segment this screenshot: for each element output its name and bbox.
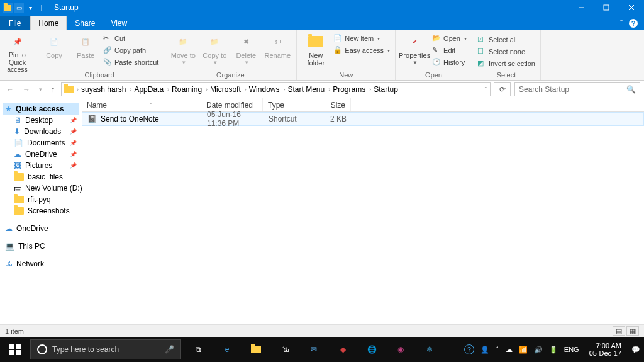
breadcrumb[interactable]: › suyash harsh› AppData› Roaming› Micros… bbox=[61, 82, 491, 96]
copy-path-button[interactable]: 🔗Copy path bbox=[103, 45, 158, 56]
col-type[interactable]: Type bbox=[263, 98, 313, 111]
paste-button[interactable]: 📋Paste bbox=[72, 31, 99, 59]
close-button[interactable] bbox=[619, 0, 644, 15]
pin-quick-access-button[interactable]: 📌 Pin to Quick access bbox=[4, 31, 31, 74]
file-row[interactable]: 📓Send to OneNote 05-Jun-16 11:36 PM Shor… bbox=[82, 112, 644, 126]
history-button[interactable]: 🕑History bbox=[432, 57, 467, 68]
breadcrumb-dropdown-icon[interactable]: ˅ bbox=[484, 86, 487, 93]
help-icon[interactable]: ? bbox=[629, 19, 638, 28]
tab-view[interactable]: View bbox=[103, 16, 135, 30]
search-box[interactable]: 🔍 bbox=[514, 82, 640, 96]
newitem-icon: 📄 bbox=[333, 34, 342, 43]
tab-share[interactable]: Share bbox=[67, 16, 103, 30]
nav-new-volume[interactable]: 🖴New Volume (D:) bbox=[3, 183, 79, 194]
ql-props-icon[interactable]: ▭ bbox=[14, 3, 24, 13]
column-headers[interactable]: Nameˆ Date modified Type Size bbox=[82, 98, 644, 112]
paste-shortcut-button[interactable]: 📎Paste shortcut bbox=[103, 57, 158, 68]
move-to-button[interactable]: 📁Move to▼ bbox=[169, 31, 197, 66]
tray-clock[interactable]: 7:00 AM 05-Dec-17 bbox=[586, 342, 625, 357]
bc-seg[interactable]: Windows› bbox=[249, 85, 287, 94]
edit-button[interactable]: ✎Edit bbox=[432, 45, 467, 56]
edge-icon[interactable]: e bbox=[213, 337, 242, 362]
nav-downloads[interactable]: ⬇Downloads📌 bbox=[3, 126, 79, 137]
chrome-icon[interactable]: 🌐 bbox=[357, 337, 386, 362]
tray-battery-icon[interactable]: 🔋 bbox=[549, 346, 558, 354]
app-icon[interactable]: ◆ bbox=[328, 337, 357, 362]
properties-icon: ✔ bbox=[406, 33, 423, 50]
tray-help-icon[interactable]: ? bbox=[464, 344, 474, 354]
rename-button[interactable]: 🏷Rename bbox=[264, 31, 291, 59]
properties-button[interactable]: ✔Properties▼ bbox=[401, 31, 428, 66]
nav-quick-access[interactable]: ★Quick access bbox=[3, 103, 79, 115]
bc-seg[interactable]: Programs› bbox=[333, 85, 372, 94]
bc-seg[interactable]: AppData› bbox=[134, 85, 170, 94]
back-button[interactable]: ← bbox=[4, 85, 16, 94]
taskbar: Type here to search 🎤 ⧉ e 🛍 ✉ ◆ 🌐 ◉ ❄ ? … bbox=[0, 337, 644, 362]
mic-icon[interactable]: 🎤 bbox=[165, 345, 174, 354]
bc-seg[interactable]: suyash harsh› bbox=[81, 85, 133, 94]
up-button[interactable]: ↑ bbox=[48, 85, 57, 94]
search-icon: 🔍 bbox=[626, 85, 636, 94]
ql-dropdown-icon[interactable]: ▾ bbox=[25, 3, 35, 13]
action-center-icon[interactable]: 💬 bbox=[631, 346, 640, 354]
file-list: Nameˆ Date modified Type Size 📓Send to O… bbox=[82, 98, 644, 324]
nav-documents[interactable]: 📄Documents📌 bbox=[3, 137, 79, 149]
new-folder-button[interactable]: New folder bbox=[302, 31, 330, 67]
nav-pictures[interactable]: 🖼Pictures📌 bbox=[3, 160, 79, 171]
nav-rfit[interactable]: rfit-pyq bbox=[3, 194, 79, 205]
pin-icon: 📌 bbox=[70, 140, 77, 146]
col-name[interactable]: Nameˆ bbox=[82, 98, 201, 111]
tray-up-icon[interactable]: ˄ bbox=[496, 346, 499, 354]
maximize-button[interactable] bbox=[594, 0, 619, 15]
nav-screenshots[interactable]: Screenshots bbox=[3, 205, 79, 217]
svg-rect-6 bbox=[9, 350, 14, 355]
open-button[interactable]: 📂Open▾ bbox=[432, 33, 467, 44]
nav-this-pc[interactable]: 💻This PC bbox=[3, 240, 79, 252]
search-input[interactable] bbox=[519, 85, 626, 94]
start-button[interactable] bbox=[0, 337, 30, 362]
app2-icon[interactable]: ◉ bbox=[386, 337, 415, 362]
view-details-icon[interactable]: ▤ bbox=[613, 326, 625, 336]
tray-lang[interactable]: ENG bbox=[564, 346, 579, 353]
tab-file[interactable]: File bbox=[0, 16, 30, 30]
ribbon-collapse-icon[interactable]: ˆ bbox=[620, 19, 623, 28]
invert-selection-button[interactable]: ◩Invert selection bbox=[477, 58, 535, 69]
new-item-button[interactable]: 📄New item▾ bbox=[333, 33, 390, 44]
nav-desktop[interactable]: 🖥Desktop📌 bbox=[3, 115, 79, 126]
copy-button[interactable]: 📄Copy bbox=[40, 31, 68, 59]
drive-icon: 🖴 bbox=[14, 184, 21, 193]
refresh-button[interactable]: ⟳ bbox=[494, 82, 511, 96]
bc-seg[interactable]: Startup bbox=[374, 85, 398, 94]
cut-button[interactable]: ✂Cut bbox=[103, 33, 158, 44]
ql-folder-icon[interactable] bbox=[3, 3, 13, 13]
nav-network[interactable]: 🖧Network bbox=[3, 258, 79, 269]
nav-onedrive[interactable]: ☁OneDrive bbox=[3, 223, 79, 234]
task-view-button[interactable]: ⧉ bbox=[184, 337, 213, 362]
view-large-icon[interactable]: ▦ bbox=[626, 326, 639, 336]
select-none-button[interactable]: ☐Select none bbox=[477, 46, 535, 57]
nav-onedrive-pinned[interactable]: ☁OneDrive📌 bbox=[3, 149, 79, 160]
minimize-button[interactable] bbox=[569, 0, 594, 15]
bc-seg[interactable]: Roaming› bbox=[172, 85, 209, 94]
tab-home[interactable]: Home bbox=[30, 16, 67, 30]
nav-basic-files[interactable]: basic_files bbox=[3, 171, 79, 183]
bc-seg[interactable]: Start Menu› bbox=[287, 85, 331, 94]
delete-button[interactable]: ✖Delete▼ bbox=[232, 31, 260, 66]
tray-volume-icon[interactable]: 🔊 bbox=[534, 346, 543, 354]
tray-wifi-icon[interactable]: 📶 bbox=[519, 346, 528, 354]
explorer-icon[interactable] bbox=[242, 337, 270, 362]
col-date[interactable]: Date modified bbox=[201, 98, 263, 111]
bc-seg[interactable]: Microsoft› bbox=[210, 85, 248, 94]
easy-access-button[interactable]: 🔓Easy access▾ bbox=[333, 45, 390, 56]
col-size[interactable]: Size bbox=[313, 98, 351, 111]
tray-people-icon[interactable]: 👤 bbox=[480, 346, 489, 354]
mail-icon[interactable]: ✉ bbox=[299, 337, 328, 362]
app3-icon[interactable]: ❄ bbox=[415, 337, 444, 362]
tray-onedrive-icon[interactable]: ☁ bbox=[506, 346, 513, 354]
forward-button[interactable]: → bbox=[20, 85, 33, 94]
store-icon[interactable]: 🛍 bbox=[270, 337, 299, 362]
taskbar-search[interactable]: Type here to search 🎤 bbox=[30, 339, 181, 359]
copy-to-button[interactable]: 📁Copy to▼ bbox=[201, 31, 228, 66]
select-all-button[interactable]: ☑Select all bbox=[477, 34, 535, 45]
recent-dropdown[interactable]: ▾ bbox=[36, 86, 45, 93]
